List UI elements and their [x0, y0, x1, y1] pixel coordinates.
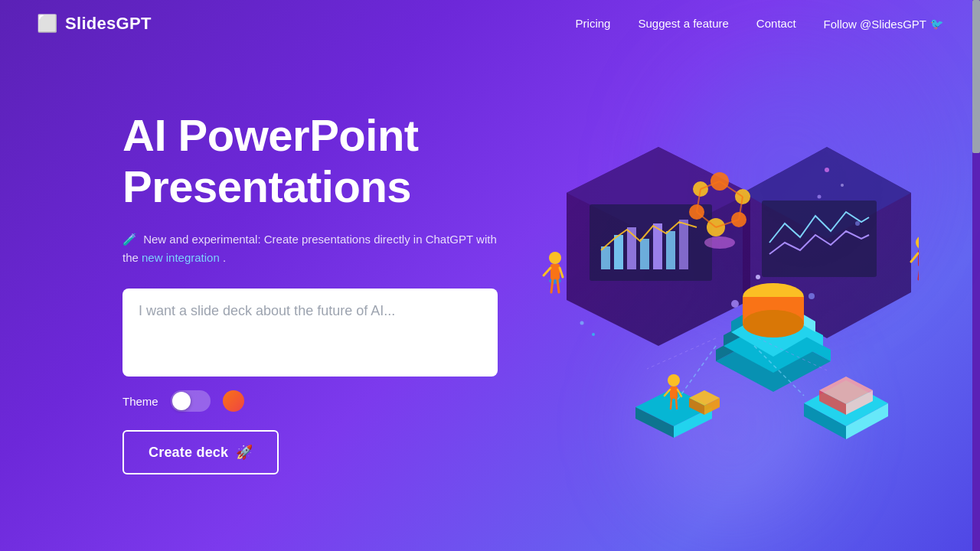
subtitle-period: . [223, 251, 226, 264]
svg-line-15 [551, 279, 553, 292]
hero-title-line1: AI PowerPoint [122, 110, 419, 160]
svg-point-76 [825, 168, 829, 172]
toggle-track[interactable] [171, 390, 211, 412]
navigation: ⬜ SlidesGPT Pricing Suggest a feature Co… [0, 0, 980, 47]
svg-point-80 [580, 321, 584, 325]
svg-rect-12 [550, 264, 560, 279]
svg-point-79 [855, 221, 860, 226]
twitter-link[interactable]: Follow @SlidesGPT 🐦 [824, 18, 943, 31]
twitter-label: Follow @SlidesGPT [824, 18, 926, 31]
theme-row: Theme [122, 390, 505, 412]
svg-point-38 [704, 236, 735, 249]
logo-text: SlidesGPT [65, 14, 152, 34]
nav-item-pricing[interactable]: Pricing [576, 17, 611, 31]
nav-item-twitter[interactable]: Follow @SlidesGPT 🐦 [824, 18, 943, 31]
svg-line-72 [678, 346, 716, 399]
svg-rect-6 [640, 239, 649, 269]
svg-line-13 [544, 268, 550, 276]
illustration-svg [521, 109, 919, 476]
hero-subtitle: 🧪 New and experimental: Create presentat… [122, 230, 505, 267]
subtitle-emoji: 🧪 [122, 233, 137, 246]
svg-point-51 [731, 300, 739, 308]
nav-links: Pricing Suggest a feature Contact Follow… [576, 17, 943, 31]
svg-point-52 [808, 293, 815, 299]
hero-right [505, 93, 919, 491]
nav-item-suggest[interactable]: Suggest a feature [638, 17, 728, 31]
toggle-thumb [172, 392, 191, 410]
new-integration-link[interactable]: new integration [142, 251, 220, 264]
svg-line-14 [560, 268, 563, 277]
theme-color-swatch[interactable] [223, 390, 244, 412]
svg-line-22 [911, 253, 918, 262]
prompt-input[interactable] [122, 289, 498, 377]
svg-rect-21 [918, 249, 919, 266]
svg-point-57 [668, 374, 680, 386]
svg-rect-58 [670, 386, 678, 399]
theme-toggle[interactable] [171, 390, 211, 412]
hero-illustration [521, 109, 903, 476]
svg-point-77 [841, 184, 844, 187]
logo-icon: ⬜ [37, 14, 57, 34]
hero-left: AI PowerPoint Presentations 🧪 New and ex… [122, 110, 505, 474]
create-btn-icon: 🚀 [236, 444, 253, 461]
create-btn-label: Create deck [149, 445, 228, 461]
main-content: AI PowerPoint Presentations 🧪 New and ex… [0, 47, 980, 537]
svg-rect-4 [614, 235, 623, 269]
svg-rect-8 [666, 231, 675, 269]
svg-point-78 [818, 195, 822, 199]
hero-title: AI PowerPoint Presentations [122, 110, 505, 212]
logo[interactable]: ⬜ SlidesGPT [37, 14, 152, 34]
svg-line-62 [676, 399, 677, 409]
contact-link[interactable]: Contact [756, 17, 796, 30]
svg-line-16 [557, 279, 559, 292]
twitter-icon: 🐦 [930, 18, 943, 30]
svg-line-61 [671, 399, 671, 409]
theme-label: Theme [122, 395, 158, 408]
create-deck-button[interactable]: Create deck 🚀 [122, 430, 279, 474]
hero-title-line2: Presentations [122, 161, 411, 211]
svg-point-53 [756, 275, 760, 279]
nav-item-contact[interactable]: Contact [756, 17, 796, 31]
svg-point-20 [916, 236, 919, 249]
svg-rect-9 [679, 220, 688, 269]
svg-point-81 [592, 333, 595, 336]
svg-point-50 [743, 310, 804, 337]
svg-point-11 [549, 252, 561, 264]
suggest-feature-link[interactable]: Suggest a feature [638, 17, 728, 30]
pricing-link[interactable]: Pricing [576, 17, 611, 30]
svg-rect-19 [762, 201, 877, 277]
